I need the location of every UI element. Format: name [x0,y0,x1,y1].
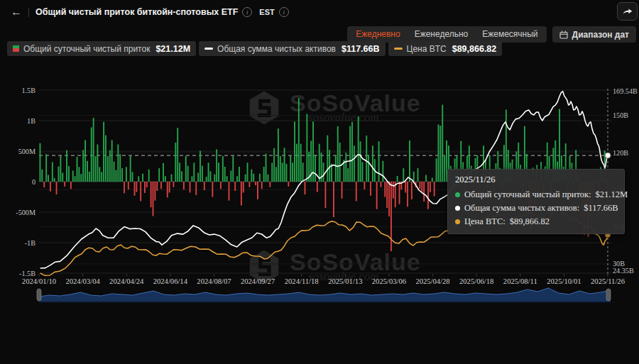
green-dot-icon [455,192,460,197]
chart-tooltip: 2025/11/26 Общий суточный чистый приток:… [447,169,625,234]
navigator[interactable] [37,288,611,302]
navigator-left-handle[interactable] [37,289,41,301]
total-assets-line-icon [204,48,213,50]
left-axis-label: 1B [27,117,36,125]
legend-netflow-label: Общий суточный чистый приток [23,44,150,54]
tooltip-row-btc-price: Цена BTC: $89,866.82 [455,216,617,227]
x-axis-label: 2025/03/06 [372,277,406,285]
x-axis-label: 2024/03/04 [65,277,100,285]
legend-item-netflow[interactable]: Общий суточный чистый приток $21.12M [7,41,196,56]
x-axis-label: 2025/01/13 [328,277,362,285]
title-info-icon[interactable]: i [242,7,252,17]
x-axis-label: 2024/09/27 [241,277,275,285]
left-axis-label: -1B [25,239,36,247]
left-axis-label: 1.5B [21,87,36,94]
period-segmented-control: Ежедневно Еженедельно Ежемесячный [347,26,546,43]
chart-legend: Общий суточный чистый приток $21.12M Общ… [7,41,502,56]
right-axis-label: 24.35B [613,267,634,275]
navigator-right-handle[interactable] [606,289,611,301]
share-icon [622,7,633,16]
period-daily-button[interactable]: Ежедневно [349,26,407,43]
legend-total-assets-label: Общая сумма чистых активов [217,44,336,54]
btc-price-line-icon [394,48,403,50]
header: ← Общий чистый приток биткойн-спотовых E… [0,3,613,21]
x-axis-label: 2024/04/24 [109,277,144,285]
total-assets-marker-dot [605,153,611,158]
x-axis-label: 2025/11/26 [591,277,625,285]
x-axis-label: 2025/08/11 [503,277,537,285]
left-axis-label: -500M [16,209,36,216]
calendar-icon [559,31,568,39]
timezone-info-icon[interactable]: i [279,7,289,17]
x-axis-label: 2024/08/07 [197,277,231,285]
legend-btc-price-label: Цена BTC [407,44,447,54]
legend-item-btc-price[interactable]: Цена BTC $89,866.82 [388,41,503,56]
page-title: Общий чистый приток биткойн-спотовых ETF [36,7,238,17]
date-range-label: Диапазон дат [572,30,629,40]
legend-btc-price-value: $89,866.82 [452,44,497,54]
timezone-label: EST [259,8,274,16]
right-axis-label: 169.54B [613,87,638,95]
left-axis-label: -1.5B [19,270,36,277]
tooltip-date: 2025/11/26 [455,175,617,185]
date-range-button[interactable]: Диапазон дат [552,26,636,43]
legend-item-total-assets[interactable]: Общая сумма чистых активов $117.66B [199,41,385,56]
etf-chart-page: ← Общий чистый приток биткойн-спотовых E… [0,0,639,364]
right-axis-label: 150B [613,111,628,119]
x-axis-label: 2025/04/28 [415,277,449,285]
back-arrow-icon[interactable]: ← [11,6,22,18]
header-divider [28,8,29,17]
legend-total-assets-value: $117.66B [342,44,380,54]
tooltip-row-netflow: Общий суточный чистый приток: $21.12M [455,189,617,200]
x-axis-label: 2024/11/18 [285,277,319,285]
share-button[interactable] [617,2,638,21]
left-axis-label: 500M [18,148,36,155]
x-axis-label: 2024/06/14 [153,277,188,285]
period-weekly-button[interactable]: Еженедельно [408,26,476,43]
period-controls: Ежедневно Еженедельно Ежемесячный Диапаз… [347,26,636,43]
right-axis-label: 120B [613,149,628,157]
netflow-swatch-icon [13,45,19,52]
orange-dot-icon [455,219,460,224]
period-monthly-button[interactable]: Ежемесячный [475,26,545,43]
tooltip-row-total-assets: Общая сумма чистых активов: $117.66B [455,203,617,214]
white-dot-icon [455,206,460,211]
x-axis-label: 2025/06/18 [459,277,493,285]
legend-netflow-value: $21.12M [155,44,190,54]
x-axis-label: 2025/10/01 [547,277,581,285]
x-axis-label: 2024/01/10 [22,277,56,285]
left-axis-label: 0 [32,178,36,186]
